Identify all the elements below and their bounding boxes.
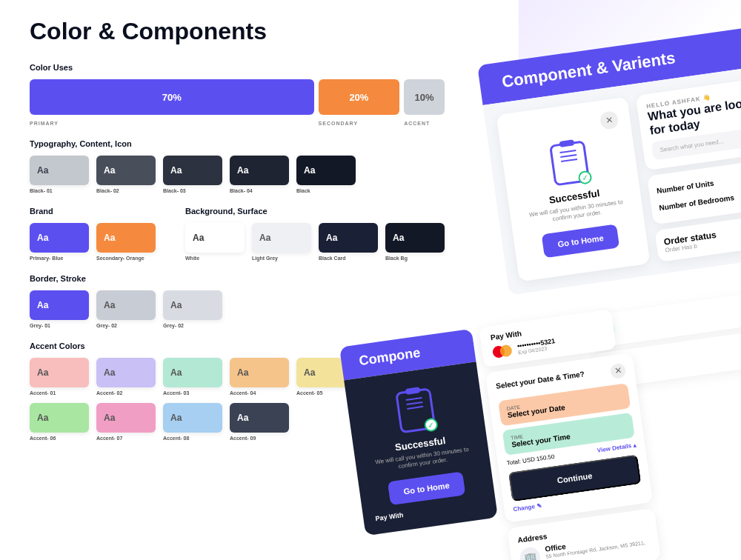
swatch-label: Primary- Blue xyxy=(30,256,89,261)
swatch-label: Accent- 07 xyxy=(96,436,156,441)
swatch-box: Aa xyxy=(230,156,289,185)
swatch-label: Grey- 02 xyxy=(96,323,156,328)
color-swatch: AaBlack xyxy=(296,156,356,193)
accent-label: ACCENT xyxy=(404,121,445,126)
view-details-link[interactable]: View Details ▴ xyxy=(597,441,637,453)
page-title: Color & Components xyxy=(30,18,445,45)
swatch-box: Aa xyxy=(185,223,245,253)
color-swatch: AaAccent- 01 xyxy=(30,358,89,396)
color-swatch: AaAccent- 03 xyxy=(163,358,222,396)
color-swatch: AaAccent- 09 xyxy=(230,403,289,441)
border-label: Border, Stroke xyxy=(30,274,445,283)
search-card: HELLO ASHFAK 👋 What you are looking for … xyxy=(636,76,741,171)
swatch-label: Grey- 02 xyxy=(163,323,222,328)
success-card: ✕ ✓ Successful We will call you within 3… xyxy=(496,97,651,282)
primary-label: PRIMARY xyxy=(30,121,314,126)
color-swatch: AaWhite xyxy=(185,223,245,261)
dark-go-home-button[interactable]: Go to Home xyxy=(388,471,466,505)
swatch-label: Accent- 08 xyxy=(163,436,222,441)
swatch-box: Aa xyxy=(163,403,222,433)
dark-success-card: ✓ Successful We will call you within 30 … xyxy=(344,361,498,536)
swatch-label: Light Grey xyxy=(252,256,311,261)
border-swatches: AaGrey- 01AaGrey- 02AaGrey- 02 xyxy=(30,290,445,328)
swatch-label: Black xyxy=(296,188,356,193)
swatch-box: Aa xyxy=(96,403,156,433)
total-text: Total: USD 150.50 xyxy=(506,453,555,467)
color-swatch: AaBlack Bg xyxy=(385,223,445,261)
swatch-label: Accent- 06 xyxy=(30,436,89,441)
swatch-box: Aa xyxy=(319,223,378,253)
color-swatch: AaBlack- 01 xyxy=(30,156,89,193)
swatch-label: Accent- 04 xyxy=(230,390,289,396)
swatch-box: Aa xyxy=(30,156,89,185)
swatch-label: Accent- 09 xyxy=(230,436,289,441)
color-swatch: AaBlack Card xyxy=(319,223,378,261)
swatch-label: Black- 03 xyxy=(163,188,222,193)
color-swatch: AaAccent- 02 xyxy=(96,358,156,396)
color-swatch: AaAccent- 04 xyxy=(230,358,289,396)
swatch-box: Aa xyxy=(385,223,445,253)
typography-swatches: AaBlack- 01AaBlack- 02AaBlack- 03AaBlack… xyxy=(30,156,445,193)
accent-bar: 10% xyxy=(404,79,445,115)
swatch-box: Aa xyxy=(96,290,156,320)
swatch-box: Aa xyxy=(163,156,222,185)
date-time-title: Select your Date & Time? xyxy=(495,370,585,390)
brand-label: Brand xyxy=(30,207,156,216)
swatch-box: Aa xyxy=(30,223,89,253)
swatch-box: Aa xyxy=(96,156,156,185)
close-button[interactable]: ✕ xyxy=(599,110,619,130)
swatch-box: Aa xyxy=(30,358,89,387)
color-swatch: AaAccent- 07 xyxy=(96,403,156,441)
mastercard-icon xyxy=(492,344,513,358)
secondary-bar: 20% xyxy=(319,79,400,115)
swatch-box: Aa xyxy=(230,403,289,433)
swatch-box: Aa xyxy=(96,223,156,253)
swatch-box: Aa xyxy=(96,358,156,387)
swatch-label: Accent- 03 xyxy=(163,390,222,396)
swatch-box: Aa xyxy=(163,290,222,320)
brand-swatches: AaPrimary- BlueAaSecondary- Orange xyxy=(30,223,156,261)
primary-bar: 70% xyxy=(30,79,314,115)
swatch-label: Black Bg xyxy=(385,256,445,261)
swatch-box: Aa xyxy=(230,358,289,387)
color-bar: 70% 20% 10% xyxy=(30,79,445,115)
swatch-label: Accent- 01 xyxy=(30,390,89,396)
color-swatch: AaGrey- 02 xyxy=(96,290,156,328)
swatch-label: Black- 04 xyxy=(230,188,289,193)
date-time-card: Select your Date & Time? ✕ DATE Select y… xyxy=(485,353,653,523)
color-swatch: AaGrey- 02 xyxy=(163,290,222,328)
swatch-label: Black- 02 xyxy=(96,188,156,193)
swatch-label: Black- 01 xyxy=(30,188,89,193)
accent-swatches: AaAccent- 01AaAccent- 02AaAccent- 03AaAc… xyxy=(30,358,370,441)
color-swatch: AaBlack- 04 xyxy=(230,156,289,193)
swatch-label: Grey- 01 xyxy=(30,323,89,328)
color-swatch: AaAccent- 06 xyxy=(30,403,89,441)
go-home-button[interactable]: Go to Home xyxy=(542,224,620,258)
swatch-label: Black Card xyxy=(319,256,378,261)
swatch-box: Aa xyxy=(296,156,356,185)
color-swatch: AaPrimary- Blue xyxy=(30,223,89,261)
color-swatch: AaBlack- 03 xyxy=(163,156,222,193)
swatch-box: Aa xyxy=(163,358,222,387)
color-swatch: AaBlack- 02 xyxy=(96,156,156,193)
color-swatch: AaSecondary- Orange xyxy=(96,223,156,261)
secondary-label: SECONDARY xyxy=(319,121,400,126)
typography-label: Typography, Content, Icon xyxy=(30,139,445,148)
color-swatch: AaLight Grey xyxy=(252,223,311,261)
clipboard-check-icon-dark: ✓ xyxy=(395,387,436,433)
clipboard-check-icon: ✓ xyxy=(549,140,590,186)
swatch-label: Secondary- Orange xyxy=(96,256,156,261)
close-date-button[interactable]: ✕ xyxy=(610,362,627,379)
swatch-label: Accent- 02 xyxy=(96,390,156,396)
swatch-box: Aa xyxy=(30,403,89,433)
color-uses-label: Color Uses xyxy=(30,63,445,72)
swatch-label: White xyxy=(185,256,245,261)
color-swatch: AaAccent- 08 xyxy=(163,403,222,441)
color-swatch: AaGrey- 01 xyxy=(30,290,89,328)
background-label: Background, Surface xyxy=(185,207,445,216)
swatch-box: Aa xyxy=(252,223,311,253)
background-swatches: AaWhiteAaLight GreyAaBlack CardAaBlack B… xyxy=(185,223,445,261)
swatch-box: Aa xyxy=(30,290,89,320)
building-icon: 🏢 xyxy=(519,546,542,560)
